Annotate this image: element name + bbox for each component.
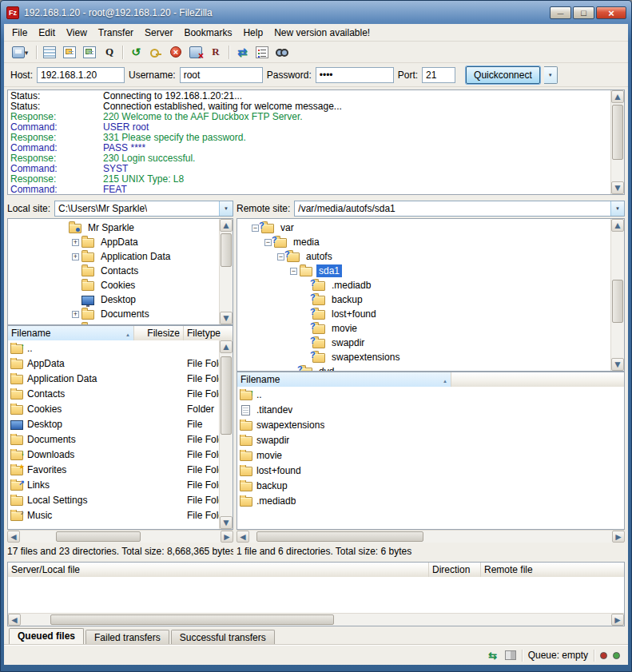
file-row[interactable]: .mediadb	[237, 493, 610, 508]
file-row[interactable]: CookiesFolder	[8, 401, 219, 416]
refresh-button[interactable]	[126, 43, 145, 61]
cancel-button[interactable]	[166, 43, 185, 61]
scroll-down-button[interactable]	[220, 516, 233, 529]
tree-item[interactable]: Documents	[8, 307, 219, 321]
column-header-direction[interactable]: Direction	[429, 563, 481, 577]
scroll-down-button[interactable]	[220, 312, 233, 324]
expander-icon[interactable]	[72, 239, 79, 246]
find-button[interactable]	[272, 43, 292, 61]
scroll-right-button[interactable]	[221, 531, 233, 543]
menu-transfer[interactable]: Transfer	[93, 25, 139, 41]
scroll-thumb[interactable]	[221, 356, 232, 435]
host-input[interactable]	[37, 67, 125, 83]
local-list-scrollbar[interactable]	[219, 340, 233, 529]
tab-queued-files[interactable]: Queued files	[9, 628, 84, 644]
synchronized-browsing-status-icon[interactable]	[487, 650, 499, 662]
tree-item[interactable]: AppData	[8, 235, 219, 249]
toggle-queue-button[interactable]	[100, 43, 119, 61]
menu-edit[interactable]: Edit	[33, 25, 61, 41]
expander-icon[interactable]	[264, 239, 272, 246]
file-row[interactable]: LinksFile Folder	[8, 477, 219, 492]
file-row[interactable]: DownloadsFile Folder	[8, 447, 219, 462]
scroll-left-button[interactable]	[237, 531, 249, 543]
menu-server[interactable]: Server	[139, 25, 178, 41]
file-row[interactable]: DesktopFile	[8, 416, 219, 431]
file-row[interactable]: Application DataFile Folder	[8, 371, 219, 386]
file-row[interactable]: lost+found	[237, 463, 610, 478]
file-row[interactable]: movie	[237, 447, 610, 463]
tree-item[interactable]: dvd	[237, 364, 610, 371]
tree-item[interactable]: media	[237, 235, 610, 249]
scroll-track[interactable]	[611, 103, 624, 181]
column-header-filesize[interactable]: Filesize	[134, 326, 184, 340]
queue-hscrollbar[interactable]	[8, 613, 624, 626]
scroll-thumb[interactable]	[612, 105, 623, 160]
menu-file[interactable]: File	[6, 25, 33, 41]
file-row[interactable]: ..	[237, 387, 610, 402]
quickconnect-dropdown-button[interactable]	[544, 66, 558, 84]
file-row[interactable]: swapdir	[237, 432, 610, 447]
chevron-down-icon[interactable]	[610, 201, 624, 216]
titlebar[interactable]: 192.168.1.20 - root@192.168.1.20 - FileZ…	[1, 1, 631, 22]
tree-item[interactable]: backup	[237, 292, 610, 307]
file-row[interactable]: backup	[237, 478, 610, 493]
expander-icon[interactable]	[277, 253, 284, 260]
local-tree-scrollbar[interactable]	[219, 219, 233, 324]
scroll-up-button[interactable]	[611, 90, 624, 103]
menu-bookmarks[interactable]: Bookmarks	[178, 25, 237, 41]
reconnect-button[interactable]	[206, 43, 225, 61]
local-site-combobox[interactable]: C:\Users\Mr Sparkle\	[54, 201, 233, 217]
site-manager-button[interactable]	[7, 43, 33, 61]
column-header-filetype[interactable]: Filetype	[184, 326, 233, 340]
file-row[interactable]: ContactsFile Folder	[8, 386, 219, 401]
file-row[interactable]: DocumentsFile Folder	[8, 431, 219, 447]
scroll-thumb[interactable]	[56, 531, 140, 542]
tree-item[interactable]: swapextensions	[237, 350, 610, 364]
menu-help[interactable]: Help	[237, 25, 268, 41]
scroll-track[interactable]	[20, 531, 221, 543]
file-row[interactable]: Local SettingsFile Folder	[8, 492, 219, 507]
port-input[interactable]	[422, 67, 455, 83]
toggle-message-log-button[interactable]	[40, 43, 59, 61]
remote-site-combobox[interactable]: /var/media/autofs/sda1	[294, 201, 625, 217]
tab-successful-transfers[interactable]: Successful transfers	[171, 630, 275, 644]
maximize-button[interactable]	[573, 6, 594, 19]
toggle-local-tree-button[interactable]	[60, 43, 79, 61]
scroll-thumb[interactable]	[50, 614, 334, 625]
scroll-up-button[interactable]	[611, 219, 624, 232]
scroll-right-button[interactable]	[611, 614, 624, 626]
process-queue-button[interactable]	[146, 43, 165, 61]
quickconnect-button[interactable]: Quickconnect	[466, 66, 540, 84]
scroll-track[interactable]	[611, 232, 624, 358]
scroll-right-button[interactable]	[612, 531, 625, 543]
tree-item-sda1[interactable]: sda1	[237, 264, 610, 278]
scroll-thumb[interactable]	[221, 233, 232, 267]
tree-item[interactable]: autofs	[237, 249, 610, 264]
toggle-remote-tree-button[interactable]	[80, 43, 99, 61]
scroll-up-button[interactable]	[220, 340, 233, 353]
close-button[interactable]	[596, 6, 626, 19]
menu-view[interactable]: View	[61, 25, 93, 41]
remote-list-hscrollbar[interactable]	[237, 530, 625, 543]
file-row[interactable]: AppDataFile Folder	[8, 356, 219, 371]
minimize-button[interactable]	[550, 6, 571, 19]
synchronized-browsing-button[interactable]	[233, 43, 252, 61]
tree-item[interactable]: movie	[237, 321, 610, 336]
filter-button[interactable]	[252, 43, 272, 61]
menu-new-version[interactable]: New version available!	[268, 25, 376, 41]
scroll-track[interactable]	[220, 353, 233, 516]
file-row[interactable]: swapextensions	[237, 417, 610, 432]
scroll-up-button[interactable]	[220, 219, 233, 232]
expander-icon[interactable]	[72, 253, 79, 260]
scroll-track[interactable]	[21, 614, 611, 626]
tree-item[interactable]: lost+found	[237, 307, 610, 321]
tree-item[interactable]: var	[237, 221, 610, 235]
expander-icon[interactable]	[252, 225, 259, 232]
column-header-filename[interactable]: Filename	[8, 326, 134, 340]
expander-icon[interactable]	[290, 268, 297, 275]
local-list-hscrollbar[interactable]	[7, 530, 233, 543]
chevron-down-icon[interactable]	[219, 201, 233, 216]
scroll-down-button[interactable]	[611, 181, 624, 194]
column-header-remote-file[interactable]: Remote file	[481, 563, 624, 577]
file-row[interactable]: ..	[8, 340, 219, 356]
